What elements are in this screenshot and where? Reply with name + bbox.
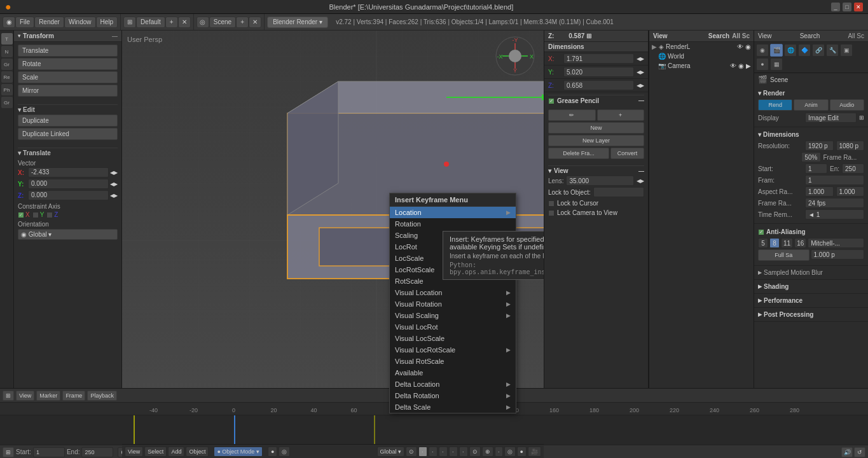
grease-pencil-icon[interactable]: Gr — [1, 59, 13, 70]
new-button[interactable]: New — [548, 122, 644, 134]
rotate-button[interactable]: Rotate — [18, 58, 118, 70]
dim-x-value[interactable]: 1.791 — [563, 53, 634, 64]
y-input[interactable]: 0.000 — [28, 179, 109, 189]
keyframe-visual-rotation[interactable]: Visual Rotation ▶ — [390, 298, 516, 310]
render-icon2[interactable]: ◉ — [745, 43, 751, 50]
editor-type-icon[interactable]: ◉ — [3, 17, 15, 28]
eye-icon[interactable]: 👁 — [737, 43, 743, 50]
data-icon[interactable]: ▣ — [840, 44, 853, 57]
sampled-motion-title[interactable]: ▶ Sampled Motion Blur — [758, 268, 864, 277]
constraints-icon[interactable]: 🔗 — [812, 44, 825, 57]
display-value[interactable]: Image Edit — [805, 113, 857, 123]
gp-pencil-icon[interactable]: ✏ — [548, 109, 596, 121]
minimize-button[interactable]: _ — [831, 3, 840, 11]
keyframe-delta-scale[interactable]: Delta Scale ▶ — [390, 401, 516, 413]
world-props-icon[interactable]: 🌐 — [784, 44, 797, 57]
modifier-icon[interactable]: 🔧 — [826, 44, 839, 57]
x-checkbox[interactable]: ✓ — [18, 212, 24, 218]
camera-item[interactable]: 📷 Camera 👁 ◉ ▶ — [649, 61, 754, 71]
keyframe-delta-rotation[interactable]: Delta Rotation ▶ — [390, 390, 516, 401]
duplicate-button[interactable]: Duplicate — [18, 114, 118, 127]
loop-btn[interactable]: ↺ — [854, 447, 865, 457]
grease-icon2[interactable]: Gr — [1, 97, 13, 108]
dim-y-value[interactable]: 5.020 — [563, 67, 634, 77]
y-checkbox[interactable] — [32, 212, 39, 218]
layout-icon[interactable]: ⊞ — [123, 17, 136, 28]
keyframe-available[interactable]: Available — [390, 367, 516, 378]
mirror-button[interactable]: Mirror — [18, 85, 118, 97]
x-input[interactable]: -2.433 — [28, 167, 109, 177]
orientation-select[interactable]: ◉ Global ▾ — [18, 229, 118, 240]
camera-eye[interactable]: 👁 — [730, 62, 736, 69]
shading-title[interactable]: ▶ Shading — [758, 282, 864, 291]
fr-value[interactable]: 1 — [805, 175, 864, 185]
keyframe-delta-location[interactable]: Delta Location ▶ — [390, 378, 516, 390]
post-processing-title[interactable]: ▶ Post Processing — [758, 310, 864, 319]
file-menu[interactable]: File — [15, 17, 34, 28]
fps-value[interactable]: 24 fps — [805, 198, 864, 208]
aa-5[interactable]: 5 — [758, 238, 768, 248]
aa-16[interactable]: 16 — [794, 238, 806, 248]
keyframe-visual-locrotscale[interactable]: Visual LocRotScale ▶ — [390, 344, 516, 356]
time-val[interactable]: ◄ 1 — [805, 209, 864, 219]
new-layer-button[interactable]: New Layer — [548, 135, 644, 146]
world-item[interactable]: 🌐 World — [649, 52, 754, 61]
duplicate-linked-button[interactable]: Duplicate Linked — [18, 128, 118, 140]
delete-fra-button[interactable]: Delete Fra... — [548, 148, 609, 159]
gp-checkbox[interactable]: ✓ — [548, 97, 555, 104]
z-checkbox[interactable] — [46, 212, 53, 218]
anim-tab[interactable]: Anim — [794, 99, 828, 111]
scene-type-icon[interactable]: ◎ — [196, 17, 209, 28]
close-button[interactable]: ✕ — [854, 3, 863, 11]
dim-z-value[interactable]: 0.658 — [563, 80, 634, 90]
aa-8[interactable]: 8 — [769, 238, 780, 248]
rend-tab[interactable]: Rend — [758, 99, 792, 111]
aa-11[interactable]: 11 — [781, 238, 793, 248]
layout-close-icon[interactable]: ✕ — [178, 17, 191, 28]
keyframe-visual-scaling[interactable]: Visual Scaling ▶ — [390, 310, 516, 321]
keyframe-visual-locrot[interactable]: Visual LocRot — [390, 321, 516, 333]
layout-selector[interactable]: Default — [136, 17, 165, 28]
audio-tab[interactable]: Audio — [830, 99, 864, 111]
display-icon[interactable]: ⊞ — [859, 114, 864, 121]
keyframe-visual-rotscale[interactable]: Visual RotScale — [390, 356, 516, 367]
res-w-value[interactable]: 1920 p — [805, 141, 834, 151]
x-axis-check[interactable]: ✓ X — [18, 211, 30, 218]
window-menu[interactable]: Window — [64, 17, 96, 28]
res-h-value[interactable]: 1080 p — [836, 141, 865, 151]
mitchell-value[interactable]: Mitchell-... — [808, 238, 864, 248]
dims-expand-icon[interactable]: ⊞ — [586, 32, 591, 39]
z-axis-check[interactable]: Z — [46, 211, 58, 218]
start-value[interactable]: 1 — [805, 163, 827, 174]
lens-value[interactable]: 35.000 — [566, 176, 634, 186]
3d-viewport[interactable]: -Y Y -X X User Persp (60) Cube.001 — [122, 31, 544, 458]
scene-add-icon[interactable]: + — [236, 17, 249, 28]
full-sa-btn[interactable]: Full Sa — [758, 249, 809, 261]
scale-button[interactable]: Scale — [18, 71, 118, 83]
full-sa-value[interactable]: 1.000 p — [811, 249, 865, 260]
audio-btn[interactable]: 🔊 — [841, 447, 853, 457]
keyframe-location[interactable]: Location ▶ — [390, 207, 516, 218]
camera-select[interactable]: ▶ — [746, 62, 751, 69]
performance-title[interactable]: ▶ Performance — [758, 296, 864, 305]
help-menu[interactable]: Help — [96, 17, 118, 28]
convert-button[interactable]: Convert — [610, 148, 644, 159]
lock-cursor-checkbox[interactable] — [548, 200, 555, 207]
lock-camera-checkbox[interactable] — [548, 210, 555, 216]
gp-add-icon[interactable]: + — [597, 109, 645, 121]
object-props-icon[interactable]: 🔷 — [798, 44, 811, 57]
texture-icon[interactable]: ▦ — [770, 58, 783, 71]
keyframe-visual-location[interactable]: Visual Location ▶ — [390, 287, 516, 298]
keyframe-visual-locscale[interactable]: Visual LocScale — [390, 333, 516, 344]
asp-x-value[interactable]: 1.000 — [805, 186, 834, 197]
relations-icon[interactable]: Re — [1, 71, 13, 83]
translate-button[interactable]: Translate — [18, 45, 118, 57]
scene-close-icon[interactable]: ✕ — [249, 17, 261, 28]
y-axis-check[interactable]: Y — [32, 211, 45, 218]
end-value[interactable]: 250 — [842, 163, 864, 174]
tool-shelf-icon[interactable]: T — [1, 33, 13, 45]
material-icon[interactable]: ● — [756, 58, 769, 71]
render-layer-item[interactable]: ▶ ◈ RenderL 👁 ◉ — [649, 42, 754, 52]
scene-props-icon[interactable]: 🎬 — [770, 44, 783, 57]
render-menu[interactable]: Render — [34, 17, 64, 28]
